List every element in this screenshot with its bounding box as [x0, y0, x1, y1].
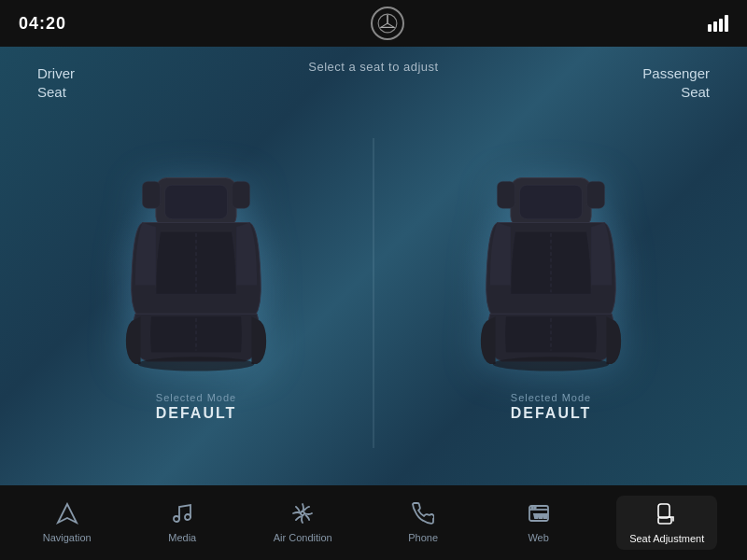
- svg-point-21: [531, 507, 533, 509]
- nav-item-air-condition[interactable]: Air Condition: [261, 497, 345, 549]
- nav-label-web: Web: [528, 532, 548, 543]
- driver-seat-svg: [112, 169, 280, 384]
- driver-mode-value: DEFAULT: [156, 405, 237, 422]
- nav-label-air-condition: Air Condition: [274, 532, 332, 543]
- svg-rect-3: [143, 181, 161, 208]
- music-icon: [171, 502, 193, 528]
- passenger-seat-section[interactable]: Selected Mode DEFAULT: [391, 164, 711, 422]
- nav-item-web[interactable]: WWW Web: [501, 497, 576, 549]
- svg-rect-2: [164, 185, 227, 218]
- passenger-mode-value: DEFAULT: [511, 405, 592, 422]
- signal-icon: [708, 15, 728, 32]
- svg-rect-10: [498, 181, 515, 208]
- passenger-mode-info: Selected Mode DEFAULT: [511, 392, 592, 422]
- seat-icon: [655, 501, 679, 529]
- passenger-seat-svg: [467, 169, 635, 384]
- fan-icon: [291, 502, 314, 528]
- svg-rect-11: [586, 181, 604, 208]
- driver-mode-label: Selected Mode: [156, 392, 237, 403]
- nav-label-media: Media: [168, 532, 196, 543]
- passenger-seat-label: PassengerSeat: [642, 64, 710, 101]
- passenger-mode-label: Selected Mode: [511, 392, 592, 403]
- navigation-icon: [56, 502, 78, 528]
- svg-text:WWW: WWW: [534, 513, 547, 519]
- svg-point-7: [138, 357, 255, 371]
- time-display: 04:20: [19, 14, 66, 34]
- seats-container: Selected Mode DEFAULT: [0, 101, 747, 485]
- nav-item-phone[interactable]: Phone: [386, 497, 460, 549]
- svg-point-22: [534, 507, 536, 509]
- nav-label-seat-adjustment: Seat Adjustment: [629, 533, 704, 544]
- nav-label-phone: Phone: [408, 532, 438, 543]
- nav-item-navigation[interactable]: Navigation: [30, 497, 105, 549]
- driver-seat-section[interactable]: Selected Mode DEFAULT: [36, 164, 356, 422]
- seat-labels: DriverSeat PassengerSeat: [0, 64, 747, 101]
- main-content: Select a seat to adjust DriverSeat Passe…: [0, 47, 747, 485]
- driver-mode-info: Selected Mode DEFAULT: [156, 392, 237, 422]
- phone-icon: [412, 502, 434, 528]
- svg-rect-4: [232, 181, 249, 208]
- svg-point-14: [493, 357, 610, 371]
- svg-point-16: [174, 516, 179, 522]
- center-divider: [374, 138, 374, 448]
- driver-seat-image[interactable]: [93, 164, 299, 388]
- svg-rect-9: [519, 185, 582, 218]
- driver-seat-label: DriverSeat: [37, 64, 75, 101]
- web-icon: WWW: [528, 502, 550, 528]
- svg-marker-15: [58, 504, 77, 523]
- svg-point-17: [185, 514, 190, 520]
- mercedes-logo: [371, 7, 404, 40]
- passenger-seat-image[interactable]: [448, 164, 654, 388]
- svg-rect-24: [658, 504, 669, 518]
- status-bar: 04:20: [0, 0, 747, 47]
- nav-label-navigation: Navigation: [43, 532, 92, 543]
- nav-item-seat-adjustment[interactable]: Seat Adjustment: [616, 496, 717, 550]
- bottom-nav: Navigation Media Air C: [0, 485, 747, 560]
- nav-item-media[interactable]: Media: [145, 497, 219, 549]
